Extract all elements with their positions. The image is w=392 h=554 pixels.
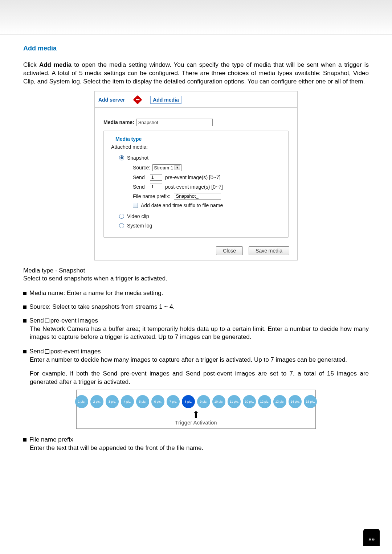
media-type-fieldset: Media type Attached media: Snapshot Sour… (103, 131, 289, 238)
bullet-lead-b: pre-event images (50, 317, 98, 324)
bullet-icon (23, 350, 26, 353)
date-suffix-row[interactable]: Add date and time suffix to file name (133, 202, 282, 208)
radio-snapshot-row[interactable]: Snapshot (119, 155, 282, 161)
bullet-file-prefix: File name prefix Enter the text that wil… (23, 436, 369, 452)
radio-syslog-label: System log (127, 223, 152, 229)
diagram-circle: 10 pic. (212, 395, 225, 408)
diagram-circle: 12 pic. (258, 395, 271, 408)
media-settings-panel: Add server Add media Media name: Media t… (94, 91, 298, 260)
subheading-text: Select to send snapshots when a trigger … (23, 275, 369, 282)
stop-icon (133, 95, 142, 104)
radio-video-icon (119, 214, 124, 219)
post-event-input[interactable] (150, 184, 162, 190)
diagram-circle: 7 pic. (167, 395, 180, 408)
prefix-label: File name prefix: (133, 193, 170, 199)
arrow-up-icon: ⬆ (80, 411, 312, 419)
diagram-circle: 4 pic. (121, 395, 134, 408)
subheading: Media type - Snapshot (23, 267, 369, 274)
diagram-circle: 11 pic. (228, 395, 241, 408)
attached-media-label: Attached media: (111, 144, 282, 150)
panel-buttons: Close Save media (95, 241, 297, 260)
chevron-down-icon: ▼ (175, 165, 180, 170)
bullet-list: Media name: Enter a name for the media s… (23, 290, 369, 452)
bullet-desc-2: For example, if both the Send pre-event … (30, 370, 369, 386)
pre-event-input[interactable] (150, 174, 162, 181)
date-suffix-label: Add date and time suffix to file name (141, 202, 223, 208)
diagram-circle: 14 pic. (289, 395, 302, 408)
send-label-1: Send (133, 175, 145, 180)
section-title: Add media (23, 45, 369, 52)
diagram-circle: 3 pic. (106, 395, 119, 408)
source-label: Source: (133, 165, 150, 171)
bullet-text: Media name: Enter a name for the media s… (29, 290, 163, 297)
intro-text-a: Click (23, 61, 39, 68)
intro-bold: Add media (39, 61, 72, 68)
bullet-icon (23, 305, 26, 309)
bullet-lead-a: Send (29, 348, 44, 355)
bullet-source: Source: Select to take snapshots from st… (23, 303, 369, 311)
bullet-icon (23, 438, 26, 442)
bullet-icon (23, 319, 26, 323)
bullet-pre-event: Send pre-event images The Network Camera… (23, 317, 369, 341)
diagram-circle: 9 pic. (197, 395, 210, 408)
diagram-circle: 6 pic. (151, 395, 164, 408)
bullet-icon (23, 292, 26, 295)
pre-event-row: Send pre-event image(s) [0~7] (133, 174, 282, 181)
bullet-lead-b: post-event images (50, 348, 101, 355)
trigger-diagram: 1 pic.2 pic.3 pic.4 pic.5 pic.6 pic.7 pi… (76, 390, 316, 429)
page-number: 89 (363, 529, 380, 546)
diagram-circle: 15 pic. (304, 395, 317, 408)
bullet-lead: File name prefix (29, 436, 73, 443)
pre-event-text: pre-event image(s) [0~7] (165, 175, 221, 180)
radio-snapshot-label: Snapshot (127, 155, 148, 161)
post-event-row: Send post-event image(s) [0~7] (133, 184, 282, 190)
bullet-lead-a: Send (29, 317, 44, 324)
placeholder-box-icon (45, 349, 49, 354)
bullet-text: Source: Select to take snapshots from st… (29, 303, 175, 311)
save-media-button[interactable]: Save media (249, 246, 289, 255)
checkbox-icon (133, 203, 138, 208)
radio-syslog-icon (119, 223, 124, 228)
media-name-label: Media name: (103, 119, 134, 125)
radio-video-row[interactable]: Video clip (119, 213, 282, 219)
page-header-gradient (0, 0, 392, 34)
radio-syslog-row[interactable]: System log (119, 223, 282, 229)
diagram-circle: 1 pic. (75, 395, 88, 408)
prefix-row: File name prefix: (133, 193, 282, 200)
source-select[interactable]: Stream 1 ▼ (152, 164, 181, 171)
intro-paragraph: Click Add media to open the media settin… (23, 61, 369, 86)
media-type-legend: Media type (113, 136, 144, 142)
diagram-circle: 13 pic. (273, 395, 286, 408)
diagram-circle: 8 pic. (182, 395, 195, 408)
tab-add-server[interactable]: Add server (98, 97, 125, 103)
diagram-circle: 5 pic. (136, 395, 149, 408)
trigger-activation-label: Trigger Activation (80, 419, 312, 426)
bullet-media-name: Media name: Enter a name for the media s… (23, 290, 369, 297)
bullet-desc: The Network Camera has a buffer area; it… (30, 325, 369, 341)
intro-text-c: to open the media setting window. You ca… (23, 61, 369, 85)
radio-video-label: Video clip (127, 213, 149, 219)
page-content: Add media Click Add media to open the me… (0, 34, 392, 452)
panel-tabs: Add server Add media (95, 91, 297, 108)
media-name-input[interactable] (136, 119, 213, 126)
bullet-post-event: Send post-event images Enter a number to… (23, 348, 369, 429)
bullet-desc: Enter the text that will be appended to … (30, 444, 369, 452)
prefix-input[interactable] (174, 193, 221, 200)
media-name-row: Media name: (103, 119, 289, 126)
panel-body: Media name: Media type Attached media: S… (95, 108, 297, 241)
source-value: Stream 1 (154, 165, 173, 171)
tab-add-media[interactable]: Add media (150, 96, 181, 104)
diagram-circles: 1 pic.2 pic.3 pic.4 pic.5 pic.6 pic.7 pi… (80, 395, 312, 408)
send-label-2: Send (133, 184, 145, 190)
placeholder-box-icon (45, 319, 49, 323)
source-row: Source: Stream 1 ▼ (133, 164, 282, 171)
post-event-text: post-event image(s) [0~7] (165, 184, 223, 190)
bullet-desc-1: Enter a number to decide how many images… (30, 356, 369, 364)
close-button[interactable]: Close (216, 246, 243, 255)
diagram-circle: 10 pic. (243, 395, 256, 408)
diagram-circle: 2 pic. (90, 395, 103, 408)
radio-snapshot-icon (119, 155, 124, 160)
